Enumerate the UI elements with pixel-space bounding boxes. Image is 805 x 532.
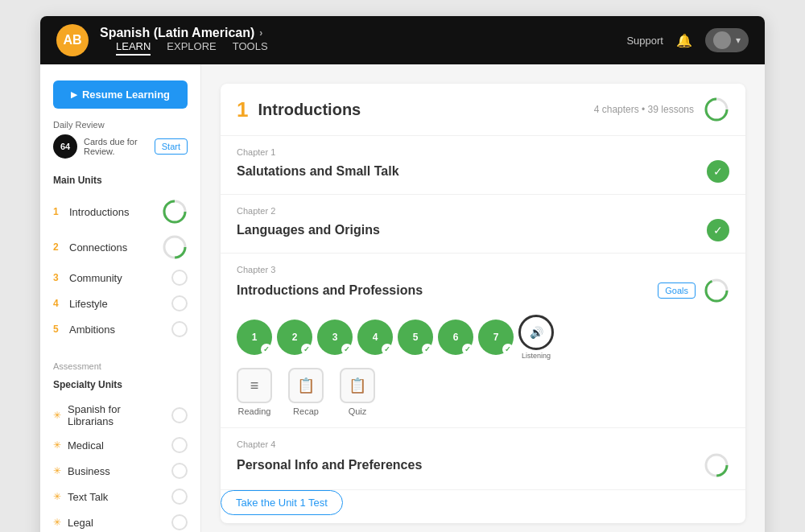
unit1-number: 1 xyxy=(237,97,248,122)
lessons-row: 1✓ 2✓ 3✓ xyxy=(237,315,729,360)
quiz-label: Quiz xyxy=(349,406,367,416)
header-right: Support 🔔 ▾ xyxy=(626,28,749,52)
sidebar: ▶ Resume Learning Daily Review 64 Cards … xyxy=(40,64,201,532)
assessment-label: Assessment xyxy=(53,358,188,371)
specialty5-progress-icon xyxy=(171,514,188,530)
specialty-legal[interactable]: ✳ Legal xyxy=(53,509,188,532)
sidebar-item-introductions[interactable]: 1 Introductions xyxy=(53,194,188,229)
reading-icon: ≡ xyxy=(237,368,272,403)
bell-icon[interactable]: 🔔 xyxy=(676,33,692,48)
chapter2-title: Languages and Origins xyxy=(237,223,707,237)
lesson3-ball[interactable]: 3✓ xyxy=(317,320,353,355)
unit4-progress-icon xyxy=(171,295,188,311)
lesson3-check-icon: ✓ xyxy=(341,344,353,355)
unit1-header: 1 Introductions 4 chapters • 39 lessons xyxy=(221,84,745,136)
lesson2-check-icon: ✓ xyxy=(301,344,312,355)
lesson1-ball[interactable]: 1✓ xyxy=(237,320,272,355)
lesson4-ball[interactable]: 4✓ xyxy=(357,320,393,355)
unit3-progress-icon xyxy=(171,270,188,286)
header-nav: LEARN EXPLORE TOOLS xyxy=(116,40,268,56)
chapter2-label: Chapter 2 xyxy=(237,206,729,216)
content-area: 1 Introductions 4 chapters • 39 lessons … xyxy=(201,64,765,532)
lesson6-ball[interactable]: 6✓ xyxy=(438,320,473,355)
start-review-button[interactable]: Start xyxy=(155,138,188,155)
lesson3-wrap: 3✓ xyxy=(317,320,353,355)
chapter2: Chapter 2 Languages and Origins ✓ xyxy=(221,195,745,254)
recap-activity[interactable]: 📋 Recap xyxy=(288,368,324,416)
chapter1-label: Chapter 1 xyxy=(237,147,729,157)
lesson5-ball[interactable]: 5✓ xyxy=(398,320,433,355)
nav-learn[interactable]: LEARN xyxy=(116,40,151,56)
unit1-section: 1 Introductions 4 chapters • 39 lessons … xyxy=(221,84,745,523)
nav-explore[interactable]: EXPLORE xyxy=(167,40,216,56)
lesson1-wrap: 1✓ xyxy=(237,320,272,355)
course-name[interactable]: Spanish (Latin American) › xyxy=(100,26,268,40)
sidebar-item-ambitions[interactable]: 5 Ambitions xyxy=(53,316,188,342)
chapter3: Chapter 3 Introductions and Professions … xyxy=(221,254,745,428)
lesson1-check-icon: ✓ xyxy=(261,344,272,355)
lesson2-wrap: 2✓ xyxy=(277,320,312,355)
unit-list: 1 Introductions 2 Connections xyxy=(53,194,188,342)
goals-button[interactable]: Goals xyxy=(658,282,696,299)
course-chevron-icon: › xyxy=(259,27,262,39)
chapter4: Chapter 4 Personal Info and Preferences xyxy=(221,428,745,490)
cards-badge: 64 xyxy=(53,134,77,159)
chapter2-header: Languages and Origins ✓ xyxy=(237,219,729,241)
chapter1-header: Salutations and Small Talk ✓ xyxy=(237,160,729,183)
unit2-progress-icon xyxy=(162,234,188,260)
unit5-progress-icon xyxy=(171,321,188,337)
app-container: AB Spanish (Latin American) › LEARN EXPL… xyxy=(40,16,765,532)
specialty-texttalk[interactable]: ✳ Text Talk xyxy=(53,484,188,509)
recap-label: Recap xyxy=(293,406,319,416)
chapter4-label: Chapter 4 xyxy=(237,439,729,449)
quiz-icon: 📋 xyxy=(340,368,375,403)
user-chevron-icon: ▾ xyxy=(736,35,741,46)
star-icon: ✳ xyxy=(53,491,61,502)
reading-activity[interactable]: ≡ Reading xyxy=(237,368,272,416)
sound-icon: 🔊 xyxy=(530,326,543,339)
quiz-activity[interactable]: 📋 Quiz xyxy=(340,368,375,416)
chapter3-progress-icon xyxy=(704,278,729,303)
chapter4-header: Personal Info and Preferences xyxy=(237,452,729,478)
specialty1-progress-icon xyxy=(171,407,188,423)
star-icon: ✳ xyxy=(53,439,61,451)
support-link[interactable]: Support xyxy=(626,35,663,47)
test-btn-row: Take the Unit 1 Test xyxy=(221,490,745,523)
unit1-test-button[interactable]: Take the Unit 1 Test xyxy=(221,490,343,515)
app-logo: AB xyxy=(56,24,89,56)
sidebar-item-connections[interactable]: 2 Connections xyxy=(53,229,188,265)
listening-ball[interactable]: 🔊 xyxy=(518,315,554,350)
sidebar-item-community[interactable]: 3 Community xyxy=(53,265,188,291)
lesson7-check-icon: ✓ xyxy=(502,344,514,355)
lesson7-ball[interactable]: 7✓ xyxy=(478,320,514,355)
lesson7-wrap: 7✓ xyxy=(478,320,514,355)
star-icon: ✳ xyxy=(53,517,61,528)
header: AB Spanish (Latin American) › LEARN EXPL… xyxy=(40,16,765,64)
specialty-medical[interactable]: ✳ Medical xyxy=(53,432,188,458)
chapter3-label: Chapter 3 xyxy=(237,265,729,274)
star-icon: ✳ xyxy=(53,410,61,421)
daily-review-label: Daily Review xyxy=(53,120,188,130)
lesson2-ball[interactable]: 2✓ xyxy=(277,320,312,355)
cards-label: Cards due for Review. xyxy=(84,137,148,156)
unit1-header-progress-icon xyxy=(704,97,729,122)
specialty-librarians[interactable]: ✳ Spanish for Librarians xyxy=(53,398,188,432)
lesson6-check-icon: ✓ xyxy=(462,344,473,355)
unit1-meta: 4 chapters • 39 lessons xyxy=(594,104,694,115)
specialty-business[interactable]: ✳ Business xyxy=(53,458,188,484)
lesson4-wrap: 4✓ xyxy=(357,320,393,355)
resume-button[interactable]: ▶ Resume Learning xyxy=(53,80,188,109)
user-menu[interactable]: ▾ xyxy=(705,28,749,52)
sidebar-item-lifestyle[interactable]: 4 Lifestyle xyxy=(53,291,188,316)
lesson6-wrap: 6✓ xyxy=(438,320,473,355)
star-icon: ✳ xyxy=(53,465,61,476)
lesson5-wrap: 5✓ xyxy=(398,320,433,355)
specialty3-progress-icon xyxy=(171,463,188,479)
lesson4-check-icon: ✓ xyxy=(382,344,393,355)
nav-tools[interactable]: TOOLS xyxy=(233,40,268,56)
listening-wrap: 🔊 Listening xyxy=(518,315,554,360)
main-units-heading: Main Units xyxy=(53,175,188,186)
chapter1-check-icon: ✓ xyxy=(707,160,729,183)
activities-row: ≡ Reading 📋 Recap 📋 Quiz xyxy=(237,368,729,416)
specialty4-progress-icon xyxy=(171,489,188,505)
